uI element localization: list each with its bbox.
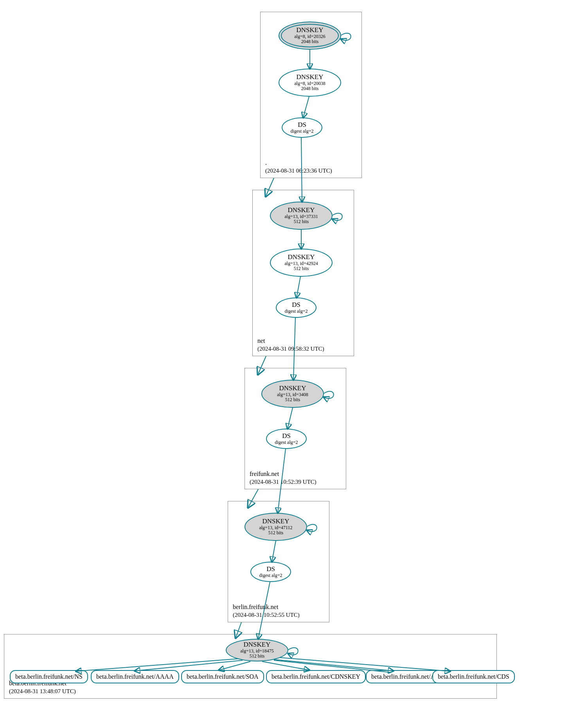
dnskey-ff-ksk: DNSKEY alg=13, id=3408 512 bits [261,380,324,408]
ds-ff: DS digest alg=2 [266,429,307,449]
rr-cds: beta.berlin.freifunk.net/CDS [432,670,515,683]
zone-root-label: . (2024-08-31 06:23:36 UTC) [265,159,332,175]
node-sub2: 2048 bits [301,39,318,44]
dnskey-bff-ksk: DNSKEY alg=13, id=47112 512 bits [245,513,307,541]
dnskey-net-ksk: DNSKEY alg=13, id=37331 512 bits [270,202,333,230]
node-sub2: 512 bits [294,266,309,271]
node-title: DNSKEY [297,74,324,81]
node-title: DS [266,566,275,573]
zone-net-label: net (2024-08-31 09:58:32 UTC) [257,337,324,353]
rr-ns: beta.berlin.freifunk.net/NS [10,670,88,683]
zone-net-name: net [257,337,324,345]
node-sub1: digest alg=2 [284,309,307,314]
zone-root-name: . [265,159,332,167]
zone-ff-name: freifunk.net [250,470,316,478]
ds-bff: DS digest alg=2 [250,562,291,582]
zone-bff-ts: (2024-08-31 10:52:55 UTC) [233,611,300,619]
zone-ff-label: freifunk.net (2024-08-31 10:52:39 UTC) [250,470,316,486]
node-sub1: digest alg=2 [290,129,313,134]
node-sub2: 512 bits [294,219,309,224]
dnskey-net-zsk: DNSKEY alg=13, id=42924 512 bits [270,249,333,277]
dnskey-root-ksk: DNSKEY alg=8, id=20326 2048 bits [279,22,341,50]
dnskey-root-zsk: DNSKEY alg=8, id=20038 2048 bits [279,68,341,97]
zone-bbff-ts: (2024-08-31 13:48:07 UTC) [9,688,76,696]
node-sub2: 512 bits [268,530,283,535]
rr-label: beta.berlin.freifunk.net/CDNSKEY [272,673,360,680]
rr-label: beta.berlin.freifunk.net/A [371,673,435,680]
dnskey-bbff-ksk: DNSKEY alg=13, id=18475 512 bits [226,639,288,661]
rr-a: beta.berlin.freifunk.net/A [366,670,441,683]
node-title: DNSKEY [288,254,315,261]
zone-root-ts: (2024-08-31 06:23:36 UTC) [265,167,332,175]
node-sub1: digest alg=2 [259,573,282,578]
zone-bff-label: berlin.freifunk.net (2024-08-31 10:52:55… [233,603,300,619]
rr-aaaa: beta.berlin.freifunk.net/AAAA [91,670,179,683]
node-sub1: digest alg=2 [275,440,298,445]
zone-net-ts: (2024-08-31 09:58:32 UTC) [257,345,324,353]
rr-label: beta.berlin.freifunk.net/SOA [187,673,259,680]
node-sub2: 512 bits [250,654,264,659]
node-title: DNSKEY [288,207,315,214]
ds-net: DS digest alg=2 [276,297,316,318]
node-title: DNSKEY [297,27,324,34]
node-title: DNSKEY [244,641,271,649]
rr-soa: beta.berlin.freifunk.net/SOA [181,670,264,683]
rr-label: beta.berlin.freifunk.net/NS [15,673,83,680]
node-sub2: 512 bits [285,397,300,402]
node-title: DS [292,301,300,309]
node-title: DNSKEY [279,385,306,392]
zone-ff-ts: (2024-08-31 10:52:39 UTC) [250,478,316,486]
rr-cdk: beta.berlin.freifunk.net/CDNSKEY [266,670,366,683]
ds-root: DS digest alg=2 [282,117,322,138]
node-title: DS [282,432,291,440]
node-title: DNSKEY [263,518,290,525]
node-title: DS [298,121,306,129]
zone-bff-name: berlin.freifunk.net [233,603,300,611]
rr-label: beta.berlin.freifunk.net/CDS [438,673,509,680]
node-sub2: 2048 bits [301,86,318,91]
rr-label: beta.berlin.freifunk.net/AAAA [96,673,174,680]
